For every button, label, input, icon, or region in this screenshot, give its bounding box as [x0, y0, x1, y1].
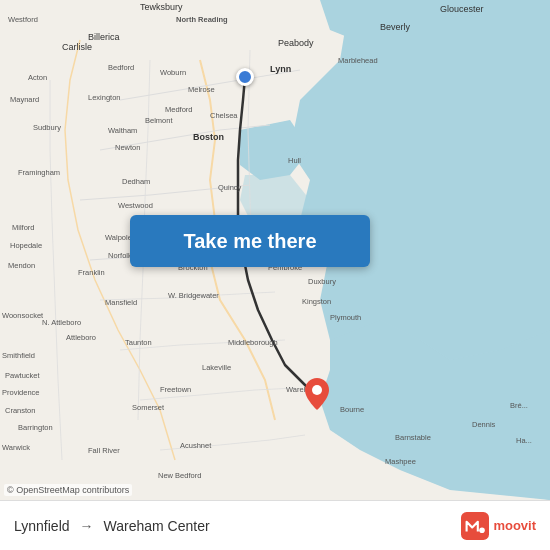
svg-text:Framingham: Framingham — [18, 168, 60, 177]
svg-text:Marblehead: Marblehead — [338, 56, 378, 65]
svg-text:Sudbury: Sudbury — [33, 123, 61, 132]
moovit-text: moovit — [493, 518, 536, 533]
svg-text:Melrose: Melrose — [188, 85, 215, 94]
svg-text:Plymouth: Plymouth — [330, 313, 361, 322]
svg-point-68 — [312, 385, 322, 395]
svg-text:Attleboro: Attleboro — [66, 333, 96, 342]
svg-text:Fall River: Fall River — [88, 446, 120, 455]
bottom-bar: Lynnfield → Wareham Center moovit — [0, 500, 550, 550]
svg-text:Somerset: Somerset — [132, 403, 165, 412]
svg-text:Maynard: Maynard — [10, 95, 39, 104]
svg-text:Belmont: Belmont — [145, 116, 173, 125]
take-me-there-label: Take me there — [183, 230, 316, 253]
svg-text:Westford: Westford — [8, 15, 38, 24]
svg-text:North Reading: North Reading — [176, 15, 228, 24]
svg-text:Middleborough: Middleborough — [228, 338, 278, 347]
svg-text:Freetown: Freetown — [160, 385, 191, 394]
take-me-there-button[interactable]: Take me there — [130, 215, 370, 267]
svg-text:Tewksbury: Tewksbury — [140, 2, 183, 12]
svg-text:Carlisle: Carlisle — [62, 42, 92, 52]
map-container: Gloucester Tewksbury North Reading Bever… — [0, 0, 550, 500]
svg-text:Bourne: Bourne — [340, 405, 364, 414]
svg-text:Duxbury: Duxbury — [308, 277, 336, 286]
svg-text:Woburn: Woburn — [160, 68, 186, 77]
map-attribution: © OpenStreetMap contributors — [4, 484, 132, 496]
svg-text:Waltham: Waltham — [108, 126, 137, 135]
svg-point-70 — [480, 527, 486, 533]
svg-text:Barrington: Barrington — [18, 423, 53, 432]
svg-text:Boston: Boston — [193, 132, 224, 142]
svg-text:Quincy: Quincy — [218, 183, 242, 192]
svg-text:Dedham: Dedham — [122, 177, 150, 186]
svg-text:Peabody: Peabody — [278, 38, 314, 48]
svg-text:Bré...: Bré... — [510, 401, 528, 410]
svg-text:Franklin: Franklin — [78, 268, 105, 277]
svg-text:Hopedale: Hopedale — [10, 241, 42, 250]
svg-text:Newton: Newton — [115, 143, 140, 152]
svg-text:Cranston: Cranston — [5, 406, 35, 415]
svg-text:Billerica: Billerica — [88, 32, 120, 42]
svg-text:Acton: Acton — [28, 73, 47, 82]
route-to: Wareham Center — [104, 518, 210, 534]
moovit-icon — [461, 512, 489, 540]
svg-text:Beverly: Beverly — [380, 22, 411, 32]
svg-text:Taunton: Taunton — [125, 338, 152, 347]
svg-text:Pawtucket: Pawtucket — [5, 371, 41, 380]
svg-text:Lexington: Lexington — [88, 93, 121, 102]
svg-text:Medford: Medford — [165, 105, 193, 114]
svg-text:Lakeville: Lakeville — [202, 363, 231, 372]
svg-text:Mansfield: Mansfield — [105, 298, 137, 307]
svg-text:Mashpee: Mashpee — [385, 457, 416, 466]
svg-text:Lynn: Lynn — [270, 64, 291, 74]
svg-text:Walpole: Walpole — [105, 233, 132, 242]
svg-text:Norfolk: Norfolk — [108, 251, 132, 260]
svg-text:Milford: Milford — [12, 223, 35, 232]
svg-text:Dennis: Dennis — [472, 420, 496, 429]
svg-text:Mendon: Mendon — [8, 261, 35, 270]
svg-text:Kingston: Kingston — [302, 297, 331, 306]
svg-text:Bedford: Bedford — [108, 63, 134, 72]
svg-text:Hull: Hull — [288, 156, 301, 165]
start-marker — [236, 68, 254, 86]
svg-text:Ha...: Ha... — [516, 436, 532, 445]
svg-text:Barnstable: Barnstable — [395, 433, 431, 442]
svg-text:Warwick: Warwick — [2, 443, 30, 452]
route-from: Lynnfield — [14, 518, 70, 534]
svg-text:Smithfield: Smithfield — [2, 351, 35, 360]
svg-text:Westwood: Westwood — [118, 201, 153, 210]
svg-text:Chelsea: Chelsea — [210, 111, 238, 120]
end-marker — [305, 378, 329, 414]
svg-text:Acushnet: Acushnet — [180, 441, 212, 450]
svg-text:Gloucester: Gloucester — [440, 4, 484, 14]
svg-text:Providence: Providence — [2, 388, 40, 397]
svg-text:New Bedford: New Bedford — [158, 471, 201, 480]
svg-text:N. Attleboro: N. Attleboro — [42, 318, 81, 327]
svg-text:W. Bridgewater: W. Bridgewater — [168, 291, 219, 300]
svg-text:Woonsocket: Woonsocket — [2, 311, 44, 320]
moovit-logo: moovit — [461, 512, 536, 540]
route-arrow: → — [80, 518, 94, 534]
